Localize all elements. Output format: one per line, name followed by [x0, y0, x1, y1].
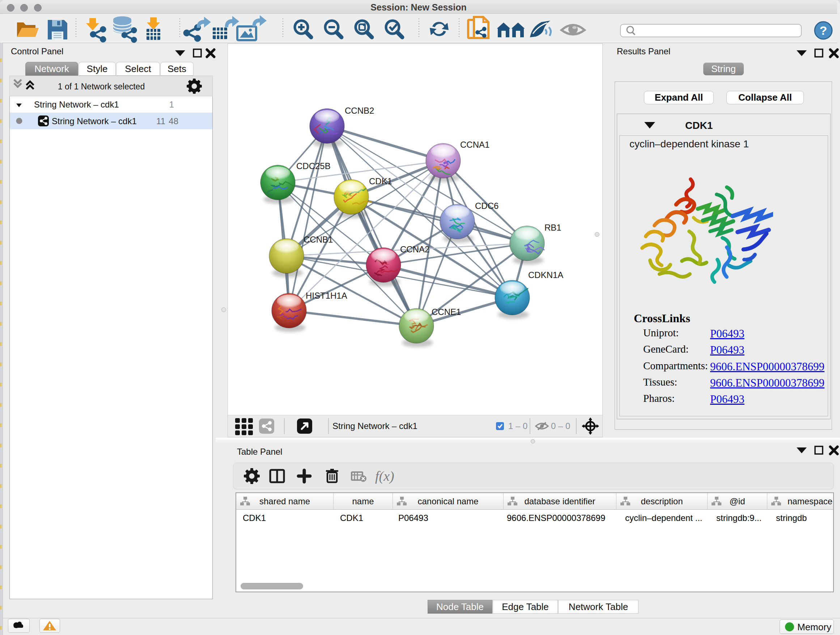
svg-text:CCNE1: CCNE1: [431, 307, 461, 317]
svg-text:CDKN1A: CDKN1A: [528, 270, 563, 280]
svg-text:CCNB1: CCNB1: [303, 234, 333, 244]
svg-text:String Network – cdk1: String Network – cdk1: [52, 116, 137, 126]
svg-text:1 of 1 Network selected: 1 of 1 Network selected: [58, 82, 145, 91]
svg-text:String Network – cdk1: String Network – cdk1: [34, 100, 119, 109]
svg-text:CCNB2: CCNB2: [345, 106, 374, 116]
svg-text:HIST1H1A: HIST1H1A: [306, 291, 347, 301]
svg-text:String Network – cdk1: String Network – cdk1: [332, 421, 417, 431]
svg-text:CDC6: CDC6: [475, 201, 499, 211]
svg-text:f(x): f(x): [375, 469, 394, 484]
svg-text:48: 48: [169, 116, 178, 126]
svg-text:CDK1: CDK1: [685, 120, 713, 131]
svg-text:11: 11: [156, 116, 165, 126]
svg-text:1: 1: [169, 100, 174, 109]
svg-text:CCNA1: CCNA1: [460, 140, 489, 149]
svg-text:CCNA2: CCNA2: [400, 244, 429, 254]
svg-text:CDC25B: CDC25B: [296, 161, 331, 171]
svg-text:1 – 0: 1 – 0: [508, 421, 527, 431]
svg-text:0 – 0: 0 – 0: [551, 421, 570, 431]
svg-text:RB1: RB1: [545, 223, 561, 233]
svg-text:?: ?: [820, 24, 827, 37]
svg-text:CDK1: CDK1: [369, 176, 392, 186]
